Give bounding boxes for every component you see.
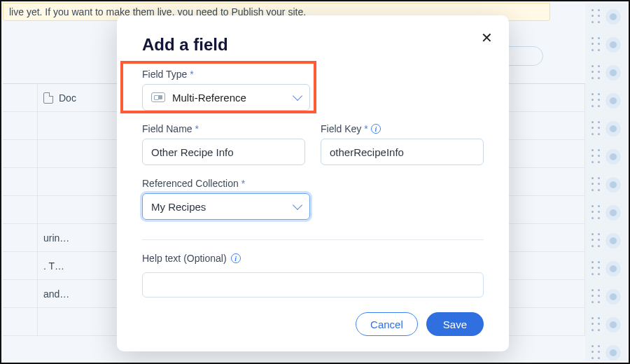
required-marker: * [195, 123, 199, 134]
referenced-collection-select[interactable]: My Recipes [142, 193, 310, 220]
row-action-button[interactable] [606, 345, 621, 360]
document-icon [43, 92, 53, 104]
field-name-label: Field Name * [142, 123, 305, 134]
help-text-label: Help text (Optional) [142, 253, 484, 264]
row-action-button[interactable] [606, 9, 621, 24]
drag-handle-icon[interactable] [592, 289, 601, 304]
required-marker: * [364, 123, 368, 134]
field-key-label: Field Key * [321, 123, 484, 134]
cancel-button[interactable]: Cancel [356, 312, 418, 336]
row-action-button[interactable] [606, 177, 621, 192]
row-action-button[interactable] [606, 121, 621, 136]
info-icon[interactable] [371, 124, 381, 134]
required-marker: * [190, 69, 193, 80]
drag-handle-icon[interactable] [592, 261, 601, 276]
row-action-button[interactable] [606, 205, 621, 220]
drag-handle-icon[interactable] [592, 9, 601, 24]
drag-handle-icon[interactable] [592, 93, 601, 108]
row-action-button[interactable] [606, 149, 621, 164]
drag-handle-icon[interactable] [592, 149, 601, 164]
modal-title: Add a field [142, 35, 484, 55]
row-action-button[interactable] [606, 317, 621, 332]
row-action-button[interactable] [606, 37, 621, 52]
row-action-button[interactable] [606, 233, 621, 248]
right-gutter [585, 3, 627, 361]
referenced-collection-value: My Recipes [151, 201, 206, 213]
field-type-label: Field Type * [142, 69, 484, 80]
multi-reference-icon [151, 92, 165, 102]
drag-handle-icon[interactable] [592, 121, 601, 136]
drag-handle-icon[interactable] [592, 65, 601, 80]
add-field-modal: ✕ Add a field Field Type * Multi-Referen… [117, 15, 509, 351]
chevron-down-icon [293, 91, 302, 101]
drag-handle-icon[interactable] [592, 37, 601, 52]
col-blank [3, 84, 38, 111]
drag-handle-icon[interactable] [592, 317, 601, 332]
section-divider [142, 239, 484, 240]
save-button[interactable]: Save [426, 312, 484, 336]
referenced-collection-label: Referenced Collection * [142, 178, 484, 189]
row-action-button[interactable] [606, 261, 621, 276]
help-text-input[interactable] [142, 272, 484, 298]
row-action-button[interactable] [606, 93, 621, 108]
info-icon[interactable] [231, 253, 241, 263]
row-action-button[interactable] [606, 289, 621, 304]
field-key-input[interactable] [321, 139, 484, 165]
required-marker: * [241, 178, 245, 189]
drag-handle-icon[interactable] [592, 177, 601, 192]
close-icon[interactable]: ✕ [478, 29, 495, 46]
col-doc-label: Doc [59, 92, 76, 104]
row-action-button[interactable] [606, 65, 621, 80]
field-name-input[interactable] [142, 139, 305, 165]
chevron-down-icon [293, 200, 302, 210]
drag-handle-icon[interactable] [592, 345, 601, 360]
field-type-value: Multi-Reference [172, 92, 246, 104]
field-type-select[interactable]: Multi-Reference [142, 84, 310, 111]
drag-handle-icon[interactable] [592, 205, 601, 220]
drag-handle-icon[interactable] [592, 233, 601, 248]
